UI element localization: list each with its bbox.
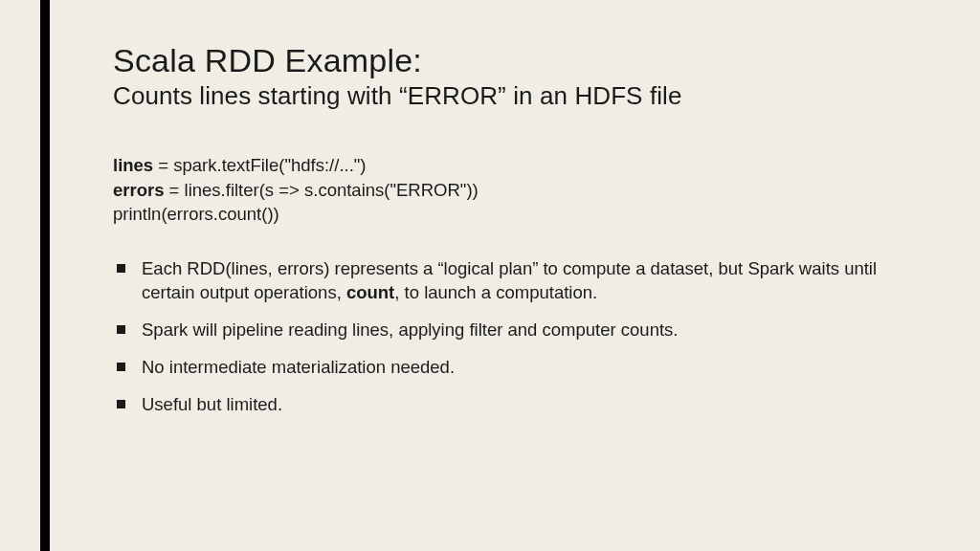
code-line-1: lines = spark.textFile("hdfs://...") (113, 153, 923, 178)
list-item: No intermediate materialization needed. (113, 356, 923, 380)
code-var-lines: lines (113, 155, 153, 175)
bullet-text-post: , to launch a computation. (394, 282, 597, 302)
list-item: Spark will pipeline reading lines, apply… (113, 319, 923, 342)
slide-content: Scala RDD Example: Counts lines starting… (113, 42, 923, 430)
bullet-list: Each RDD(lines, errors) represents a “lo… (113, 257, 923, 417)
code-block: lines = spark.textFile("hdfs://...") err… (113, 153, 923, 227)
list-item: Each RDD(lines, errors) represents a “lo… (113, 257, 923, 305)
code-line-2: errors = lines.filter(s => s.contains("E… (113, 178, 923, 203)
code-rest-1: = spark.textFile("hdfs://...") (153, 155, 366, 175)
slide-title: Scala RDD Example: (113, 42, 923, 79)
code-line-3: println(errors.count()) (113, 202, 923, 227)
list-item: Useful but limited. (113, 393, 923, 417)
bullet-text-bold: count (346, 282, 394, 302)
slide-subtitle: Counts lines starting with “ERROR” in an… (113, 81, 923, 111)
accent-bar (40, 0, 50, 551)
code-rest-2: = lines.filter(s => s.contains("ERROR")) (164, 180, 478, 200)
code-var-errors: errors (113, 180, 164, 200)
